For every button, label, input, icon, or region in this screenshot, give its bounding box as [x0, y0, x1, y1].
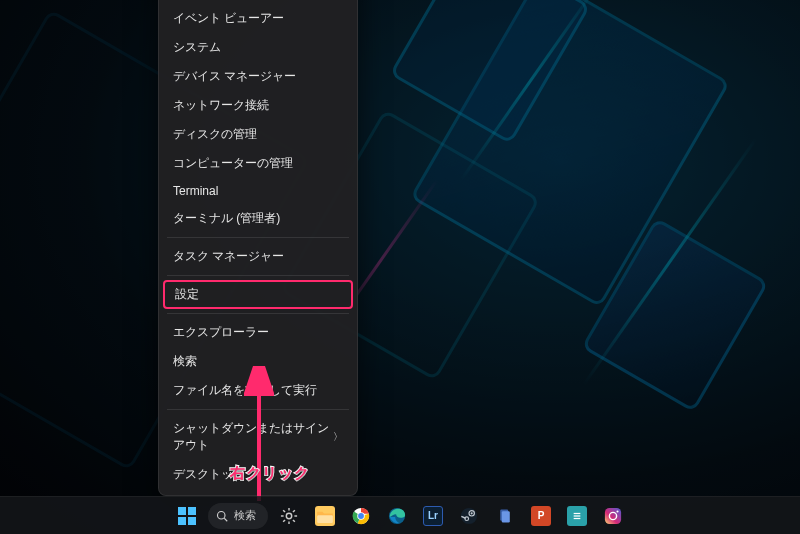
taskbar-instagram[interactable]: [598, 501, 628, 531]
steam-icon: [460, 507, 478, 525]
lightroom-icon: Lr: [423, 506, 443, 526]
cm-label: シャットダウンまたはサインアウト: [173, 420, 333, 454]
cm-label: ディスクの管理: [173, 126, 257, 143]
svg-line-14: [283, 519, 285, 521]
cm-label: 検索: [173, 353, 197, 370]
svg-rect-27: [502, 511, 510, 522]
start-button[interactable]: [172, 501, 202, 531]
taskbar-files[interactable]: [490, 501, 520, 531]
cm-terminal-admin[interactable]: ターミナル (管理者): [159, 204, 357, 233]
cm-label: デバイス マネージャー: [173, 68, 296, 85]
cm-desktop[interactable]: デスクトップ: [159, 460, 357, 489]
cm-label: ファイル名を指定して実行: [173, 382, 317, 399]
svg-point-23: [471, 512, 473, 514]
taskbar-explorer[interactable]: [310, 501, 340, 531]
svg-rect-4: [188, 517, 196, 525]
svg-point-7: [286, 513, 291, 518]
cm-label: ターミナル (管理者): [173, 210, 280, 227]
cm-settings[interactable]: 設定: [163, 280, 353, 309]
cm-search[interactable]: 検索: [159, 347, 357, 376]
svg-rect-1: [178, 507, 186, 515]
dim-overlay: [0, 0, 800, 534]
cm-explorer[interactable]: エクスプローラー: [159, 318, 357, 347]
cm-system[interactable]: システム: [159, 33, 357, 62]
folder-icon: [315, 506, 335, 526]
svg-point-19: [358, 513, 364, 519]
svg-line-13: [293, 519, 295, 521]
winx-context-menu: インストールされているアプリ 電源オプション イベント ビューアー システム デ…: [158, 0, 358, 496]
cm-label: 設定: [175, 286, 199, 303]
cm-label: Terminal: [173, 184, 218, 198]
cm-label: イベント ビューアー: [173, 10, 284, 27]
chrome-icon: [352, 507, 370, 525]
taskbar-teal-app[interactable]: [562, 501, 592, 531]
taskbar-lightroom[interactable]: Lr: [418, 501, 448, 531]
cm-separator: [167, 313, 349, 314]
cm-label: エクスプローラー: [173, 324, 269, 341]
taskbar-settings[interactable]: [274, 501, 304, 531]
cm-separator: [167, 237, 349, 238]
powerpoint-icon: P: [531, 506, 551, 526]
svg-rect-16: [317, 515, 333, 523]
search-label: 検索: [234, 508, 256, 523]
svg-rect-2: [188, 507, 196, 515]
svg-point-21: [461, 507, 477, 523]
gear-icon: [280, 507, 298, 525]
cm-disk-management[interactable]: ディスクの管理: [159, 120, 357, 149]
cm-event-viewer[interactable]: イベント ビューアー: [159, 4, 357, 33]
chevron-right-icon: 〉: [333, 430, 343, 444]
svg-point-5: [218, 511, 226, 519]
taskbar-powerpoint[interactable]: P: [526, 501, 556, 531]
taskbar-chrome[interactable]: [346, 501, 376, 531]
cm-label: コンピューターの管理: [173, 155, 293, 172]
svg-line-12: [283, 510, 285, 512]
taskbar: 検索: [0, 496, 800, 534]
cm-shutdown-signout[interactable]: シャットダウンまたはサインアウト 〉: [159, 414, 357, 460]
cm-label: デスクトップ: [173, 466, 245, 483]
svg-rect-31: [605, 507, 621, 523]
taskbar-search[interactable]: 検索: [208, 503, 268, 529]
cm-label: ネットワーク接続: [173, 97, 269, 114]
cm-computer-management[interactable]: コンピューターの管理: [159, 149, 357, 178]
cm-network-connections[interactable]: ネットワーク接続: [159, 91, 357, 120]
cm-separator: [167, 409, 349, 410]
cm-device-manager[interactable]: デバイス マネージャー: [159, 62, 357, 91]
taskbar-steam[interactable]: [454, 501, 484, 531]
cm-separator: [167, 275, 349, 276]
cm-label: システム: [173, 39, 221, 56]
docs-icon: [497, 508, 513, 524]
svg-line-6: [224, 518, 227, 521]
instagram-icon: [604, 507, 622, 525]
search-icon: [216, 510, 228, 522]
menu-icon: [567, 506, 587, 526]
svg-point-33: [616, 510, 618, 512]
taskbar-edge[interactable]: [382, 501, 412, 531]
cm-label: タスク マネージャー: [173, 248, 284, 265]
svg-line-15: [293, 510, 295, 512]
cm-task-manager[interactable]: タスク マネージャー: [159, 242, 357, 271]
windows-icon: [178, 507, 196, 525]
cm-terminal[interactable]: Terminal: [159, 178, 357, 204]
svg-rect-3: [178, 517, 186, 525]
edge-icon: [388, 507, 406, 525]
cm-run[interactable]: ファイル名を指定して実行: [159, 376, 357, 405]
